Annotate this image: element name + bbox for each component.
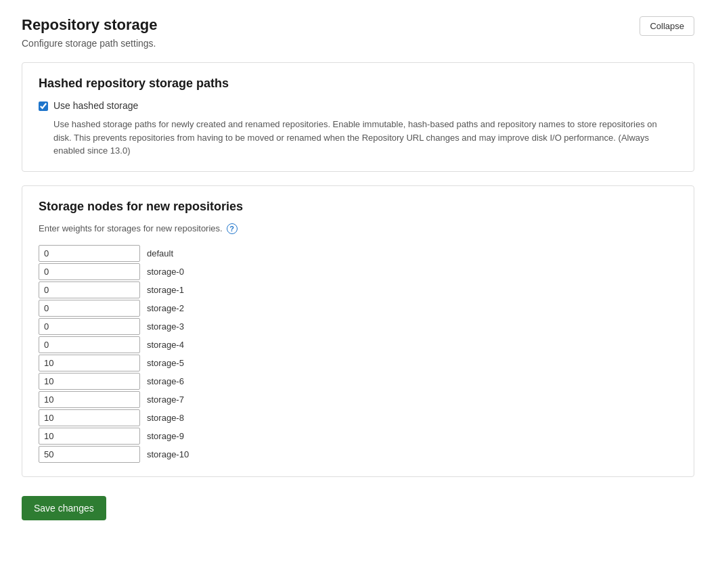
storage-row: storage-8: [39, 409, 677, 426]
storage-label-storage-9: storage-9: [147, 431, 184, 441]
collapse-button[interactable]: Collapse: [640, 16, 694, 36]
storage-row: storage-7: [39, 391, 677, 408]
storage-rows-container: defaultstorage-0storage-1storage-2storag…: [39, 245, 677, 463]
storage-label-storage-0: storage-0: [147, 267, 184, 277]
storage-label-storage-2: storage-2: [147, 303, 184, 313]
storage-row: default: [39, 245, 677, 262]
page-title: Repository storage: [22, 16, 158, 34]
storage-nodes-title: Storage nodes for new repositories: [39, 200, 677, 214]
page-header: Repository storage Configure storage pat…: [22, 16, 694, 49]
storage-input-storage-10[interactable]: [39, 446, 140, 463]
storage-label-default: default: [147, 248, 173, 258]
storage-nodes-description: Enter weights for storages for new repos…: [39, 223, 677, 234]
storage-label-storage-6: storage-6: [147, 376, 184, 386]
storage-row: storage-6: [39, 373, 677, 390]
storage-label-storage-3: storage-3: [147, 321, 184, 332]
storage-input-storage-9[interactable]: [39, 428, 140, 445]
storage-row: storage-2: [39, 300, 677, 317]
storage-label-storage-7: storage-7: [147, 394, 184, 405]
hashed-description: Use hashed storage paths for newly creat…: [53, 118, 677, 158]
footer: Save changes: [22, 491, 694, 520]
storage-nodes-desc-text: Enter weights for storages for new repos…: [39, 223, 223, 233]
use-hashed-checkbox[interactable]: [39, 101, 48, 111]
storage-input-storage-5[interactable]: [39, 355, 140, 371]
storage-input-default[interactable]: [39, 245, 140, 262]
hashed-section-title: Hashed repository storage paths: [39, 76, 677, 91]
storage-label-storage-4: storage-4: [147, 340, 184, 350]
storage-input-storage-6[interactable]: [39, 373, 140, 390]
storage-label-storage-5: storage-5: [147, 358, 184, 368]
storage-row: storage-10: [39, 446, 677, 463]
storage-input-storage-4[interactable]: [39, 336, 140, 353]
storage-row: storage-0: [39, 263, 677, 280]
storage-row: storage-3: [39, 318, 677, 335]
storage-input-storage-3[interactable]: [39, 318, 140, 335]
hashed-section-card: Hashed repository storage paths Use hash…: [22, 62, 694, 172]
storage-input-storage-0[interactable]: [39, 263, 140, 280]
page-subtitle: Configure storage path settings.: [22, 38, 158, 49]
storage-label-storage-10: storage-10: [147, 449, 189, 459]
storage-input-storage-2[interactable]: [39, 300, 140, 317]
storage-row: storage-9: [39, 428, 677, 445]
storage-row: storage-4: [39, 336, 677, 353]
use-hashed-label[interactable]: Use hashed storage: [53, 100, 138, 111]
storage-input-storage-8[interactable]: [39, 409, 140, 426]
save-changes-button[interactable]: Save changes: [22, 496, 106, 520]
storage-input-storage-1[interactable]: [39, 281, 140, 298]
storage-row: storage-5: [39, 355, 677, 371]
storage-input-storage-7[interactable]: [39, 391, 140, 408]
help-icon[interactable]: ?: [227, 223, 238, 234]
page-header-text: Repository storage Configure storage pat…: [22, 16, 158, 49]
storage-label-storage-1: storage-1: [147, 285, 184, 295]
storage-label-storage-8: storage-8: [147, 413, 184, 423]
storage-row: storage-1: [39, 281, 677, 298]
storage-nodes-section-card: Storage nodes for new repositories Enter…: [22, 185, 694, 477]
